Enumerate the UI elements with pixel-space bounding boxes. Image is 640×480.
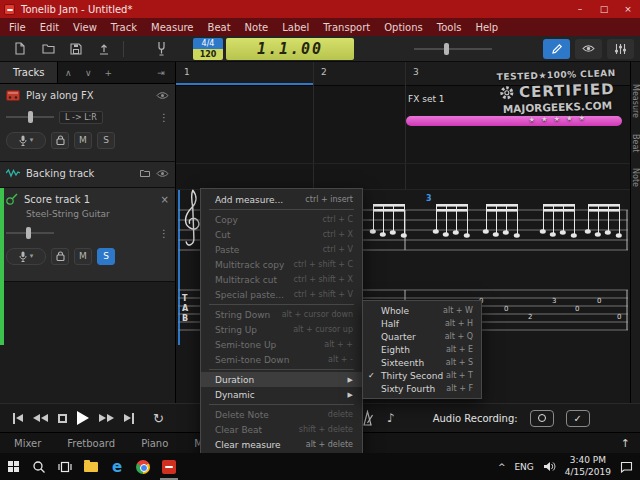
move-track-up-icon[interactable]: ∧ bbox=[58, 68, 78, 78]
taskbar-search-button[interactable] bbox=[26, 453, 52, 480]
submenu-item-thirty-second[interactable]: ✓Thirty Secondalt + T bbox=[363, 369, 481, 382]
menu-item-label[interactable]: Label bbox=[275, 18, 316, 36]
mode-label-measure[interactable]: Measure bbox=[631, 84, 640, 118]
submenu-item-quarter[interactable]: Quarteralt + Q bbox=[363, 330, 481, 343]
move-track-down-icon[interactable]: ∨ bbox=[78, 68, 98, 78]
play-button[interactable] bbox=[72, 408, 94, 428]
menu-item-measure[interactable]: Measure bbox=[144, 18, 201, 36]
slider-handle[interactable] bbox=[444, 43, 449, 55]
save-button[interactable] bbox=[62, 39, 90, 59]
chrome-button[interactable] bbox=[130, 453, 156, 480]
context-menu-item-dynamic[interactable]: Dynamic▶ bbox=[201, 387, 362, 402]
menu-item-edit[interactable]: Edit bbox=[33, 18, 66, 36]
context-menu-item-special-paste[interactable]: Special paste...ctrl + shift + V bbox=[201, 287, 362, 302]
tray-expand-icon[interactable]: ^ bbox=[498, 462, 506, 472]
context-menu-item-multitrack-cut[interactable]: Multitrack cutctrl + shift + X bbox=[201, 272, 362, 287]
rewind-button[interactable] bbox=[28, 408, 53, 428]
record-button[interactable] bbox=[530, 410, 554, 427]
export-button[interactable] bbox=[90, 39, 118, 59]
context-menu-item-delete-note[interactable]: Delete Notedelete bbox=[201, 407, 362, 422]
stop-button[interactable] bbox=[53, 408, 72, 428]
menu-item-file[interactable]: File bbox=[2, 18, 33, 36]
scroll-top-icon[interactable]: ↑ bbox=[621, 437, 630, 450]
tab-fretboard[interactable]: Fretboard bbox=[67, 438, 115, 449]
menu-item-beat[interactable]: Beat bbox=[201, 18, 238, 36]
edit-mode-button[interactable] bbox=[543, 39, 570, 59]
start-button[interactable] bbox=[0, 453, 26, 480]
submenu-item-sixty-fourth[interactable]: Sixty Fourthalt + F bbox=[363, 382, 481, 395]
speaker-icon[interactable] bbox=[543, 461, 556, 472]
menu-item-track[interactable]: Track bbox=[104, 18, 144, 36]
context-menu-item-add-measure[interactable]: Add measure...ctrl + insert bbox=[201, 192, 362, 207]
context-menu-item-clear-measure[interactable]: Clear measurealt + delete bbox=[201, 437, 362, 452]
tab-mixer[interactable]: Mixer bbox=[14, 438, 41, 449]
loop-button[interactable]: ↻ bbox=[153, 411, 164, 426]
skip-start-button[interactable] bbox=[8, 408, 28, 428]
view-mode-button[interactable] bbox=[575, 39, 602, 59]
track-volume-slider[interactable] bbox=[6, 226, 54, 240]
tonelib-taskbar-button[interactable] bbox=[156, 453, 182, 480]
close-button[interactable]: × bbox=[616, 0, 640, 18]
tab-piano[interactable]: Piano bbox=[141, 438, 168, 449]
tab-tracks[interactable]: Tracks bbox=[0, 62, 58, 83]
kebab-menu-icon[interactable]: ⋮ bbox=[159, 112, 169, 123]
submenu-item-eighth[interactable]: Eighthalt + E bbox=[363, 343, 481, 356]
visibility-icon[interactable] bbox=[156, 91, 169, 100]
input-source-button[interactable]: ▾ bbox=[6, 248, 46, 265]
notification-icon[interactable] bbox=[620, 461, 633, 473]
edge-button[interactable]: e bbox=[104, 453, 130, 480]
context-menu-item-paste[interactable]: Pastectrl + V bbox=[201, 242, 362, 257]
visibility-icon[interactable] bbox=[156, 169, 169, 178]
tuner-button[interactable] bbox=[147, 39, 175, 59]
skip-end-button[interactable] bbox=[119, 408, 139, 428]
task-view-button[interactable] bbox=[52, 453, 78, 480]
menu-item-help[interactable]: Help bbox=[468, 18, 505, 36]
load-file-icon[interactable] bbox=[140, 169, 150, 177]
language-indicator[interactable]: ENG bbox=[514, 462, 533, 472]
context-menu-item-clear-beat[interactable]: Clear Beatshift + delete bbox=[201, 422, 362, 437]
add-track-icon[interactable]: + bbox=[98, 68, 118, 78]
solo-button[interactable]: S bbox=[97, 248, 115, 265]
context-menu-item-string-down[interactable]: String Downalt + cursor down bbox=[201, 307, 362, 322]
lock-button[interactable] bbox=[51, 248, 69, 265]
context-menu-item-copy[interactable]: Copyctrl + C bbox=[201, 212, 362, 227]
context-menu-item-duration[interactable]: Duration▶ bbox=[201, 372, 362, 387]
input-source-button[interactable]: ▾ bbox=[6, 132, 46, 149]
menu-item-tools[interactable]: Tools bbox=[430, 18, 469, 36]
submenu-item-half[interactable]: Halfalt + H bbox=[363, 317, 481, 330]
open-file-button[interactable] bbox=[34, 39, 62, 59]
fast-forward-button[interactable] bbox=[94, 408, 119, 428]
context-menu-item-semitone-up[interactable]: Semi-tone Upalt + + bbox=[201, 337, 362, 352]
count-in-icon[interactable]: ♪ bbox=[387, 411, 395, 425]
slider-handle[interactable] bbox=[28, 111, 33, 123]
slider-handle[interactable] bbox=[26, 227, 31, 239]
close-track-icon[interactable]: × bbox=[161, 194, 169, 205]
context-menu-item-semitone-down[interactable]: Semi-tone Downalt + - bbox=[201, 352, 362, 367]
menu-item-view[interactable]: View bbox=[66, 18, 104, 36]
collapse-panel-icon[interactable]: ⇥ bbox=[151, 68, 171, 78]
mute-button[interactable]: M bbox=[74, 132, 92, 149]
mode-label-note[interactable]: Note bbox=[631, 168, 640, 187]
mixer-view-button[interactable] bbox=[607, 39, 634, 59]
file-explorer-button[interactable] bbox=[78, 453, 104, 480]
submenu-item-sixteenth[interactable]: Sixteenthalt + S bbox=[363, 356, 481, 369]
kebab-menu-icon[interactable]: ⋮ bbox=[159, 228, 169, 239]
track-volume-slider[interactable] bbox=[6, 110, 54, 124]
context-menu-item-multitrack-copy[interactable]: Multitrack copyctrl + shift + C bbox=[201, 257, 362, 272]
new-file-button[interactable] bbox=[6, 39, 34, 59]
mode-label-beat[interactable]: Beat bbox=[631, 134, 640, 152]
maximize-button[interactable]: □ bbox=[592, 0, 616, 18]
mute-button[interactable]: M bbox=[74, 248, 92, 265]
taskbar-clock[interactable]: 3:40 PM 4/15/2019 bbox=[565, 455, 611, 478]
routing-chip[interactable]: L -> L:R bbox=[59, 111, 103, 124]
context-menu-item-string-up[interactable]: String Upalt + cursor up bbox=[201, 322, 362, 337]
track-score-1[interactable]: Score track 1 × Steel-String Guitar ⋮ ▾ bbox=[0, 188, 175, 282]
lock-button[interactable] bbox=[51, 132, 69, 149]
submenu-item-whole[interactable]: Wholealt + W bbox=[363, 304, 481, 317]
solo-button[interactable]: S bbox=[97, 132, 115, 149]
minimize-button[interactable]: – bbox=[568, 0, 592, 18]
time-signature-tempo[interactable]: 4/4 120 bbox=[193, 38, 223, 60]
context-menu-item-cut[interactable]: Cutctrl + X bbox=[201, 227, 362, 242]
track-play-along-fx[interactable]: Play along FX L -> L:R ⋮ ▾ M bbox=[0, 84, 175, 162]
menu-item-options[interactable]: Options bbox=[377, 18, 430, 36]
